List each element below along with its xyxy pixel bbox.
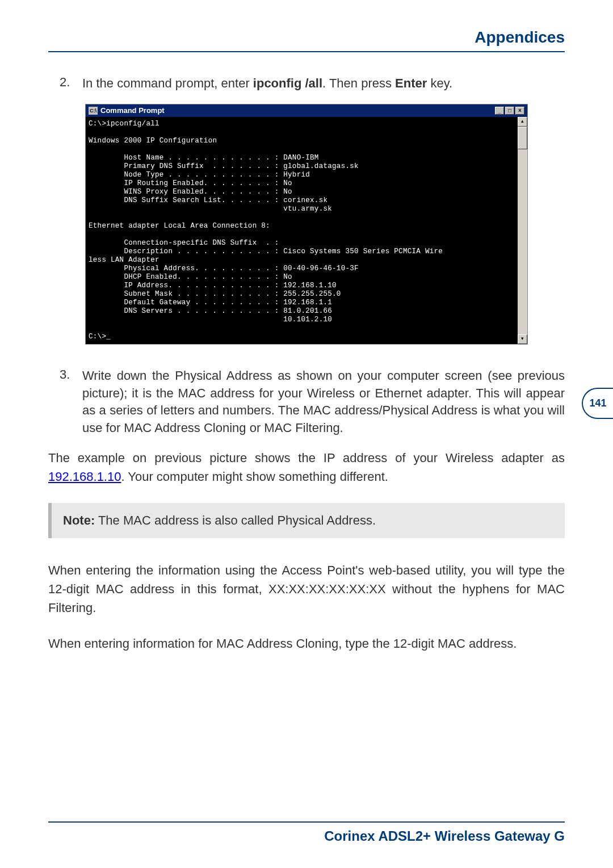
term-line: less LAN Adapter: [89, 256, 159, 264]
step-2-suffix: key.: [427, 76, 452, 90]
minimize-button[interactable]: _: [495, 107, 504, 115]
scroll-up-button[interactable]: ▴: [518, 117, 527, 127]
page-number: 141: [582, 388, 613, 419]
term-line: WINS Proxy Enabled. . . . . . . . : No: [89, 188, 292, 196]
step-number: 3.: [60, 367, 82, 437]
term-line: IP Routing Enabled. . . . . . . . : No: [89, 179, 292, 187]
term-line: Default Gateway . . . . . . . . . : 192.…: [89, 299, 332, 307]
mac-cloning-paragraph: When entering information for MAC Addres…: [48, 634, 565, 653]
note-text: The MAC address is also called Physical …: [95, 513, 376, 527]
para1-prefix: The example on previous picture shows th…: [48, 451, 565, 465]
footer-rule: [48, 821, 565, 823]
terminal-window: C:\ Command Prompt _ □ × C:\>ipconfig/al…: [85, 104, 528, 345]
note-box: Note: The MAC address is also called Phy…: [48, 503, 565, 538]
term-line: vtu.army.sk: [89, 205, 332, 213]
step-3-text: Write down the Physical Address as shown…: [82, 367, 565, 437]
step-2-mid: . Then press: [322, 76, 395, 90]
term-line: IP Address. . . . . . . . . . . . : 192.…: [89, 282, 337, 290]
term-line: Physical Address. . . . . . . . . : 00-4…: [89, 265, 359, 272]
step-2-text: In the command prompt, enter ipconfig /a…: [82, 75, 452, 93]
maximize-button[interactable]: □: [505, 107, 514, 115]
scroll-down-button[interactable]: ▾: [518, 334, 527, 344]
step-2-enter: Enter: [395, 76, 427, 90]
step-2: 2. In the command prompt, enter ipconfig…: [48, 75, 565, 93]
step-2-cmd: ipconfig /all: [253, 76, 322, 90]
term-line: 10.101.2.10: [89, 316, 332, 324]
window-buttons: _ □ ×: [495, 107, 524, 115]
close-button[interactable]: ×: [515, 107, 524, 115]
scroll-thumb[interactable]: [518, 127, 527, 149]
term-line: Subnet Mask . . . . . . . . . . . : 255.…: [89, 290, 341, 298]
title-bar-text: Command Prompt: [100, 106, 495, 115]
step-2-prefix: In the command prompt, enter: [82, 76, 253, 90]
title-bar[interactable]: C:\ Command Prompt _ □ ×: [86, 104, 527, 117]
term-line: C:\>_: [89, 333, 111, 341]
header-rule: [48, 51, 565, 52]
term-line: Connection-specific DNS Suffix . :: [89, 239, 279, 247]
header-title: Appendices: [48, 28, 565, 47]
term-line: Description . . . . . . . . . . . : Cisc…: [89, 248, 443, 255]
example-paragraph: The example on previous picture shows th…: [48, 448, 565, 486]
terminal-body: C:\>ipconfig/all Windows 2000 IP Configu…: [86, 117, 527, 344]
footer-text: Corinex ADSL2+ Wireless Gateway G: [324, 828, 565, 844]
term-line: Windows 2000 IP Configuration: [89, 137, 217, 145]
note-label: Note:: [63, 513, 95, 527]
mac-format-paragraph: When entering the information using the …: [48, 561, 565, 617]
para1-suffix: . Your computer might show something dif…: [121, 469, 388, 484]
step-3: 3. Write down the Physical Address as sh…: [48, 367, 565, 437]
term-line: C:\>ipconfig/all: [89, 120, 159, 128]
ip-link[interactable]: 192.168.1.10: [48, 469, 121, 484]
step-number: 2.: [60, 75, 82, 93]
scrollbar[interactable]: ▴ ▾: [518, 117, 527, 344]
term-line: Node Type . . . . . . . . . . . . : Hybr…: [89, 171, 310, 179]
term-line: DNS Suffix Search List. . . . . . : cori…: [89, 196, 328, 204]
term-line: DNS Servers . . . . . . . . . . . : 81.0…: [89, 307, 332, 315]
scroll-track-space[interactable]: [518, 149, 527, 334]
term-line: DHCP Enabled. . . . . . . . . . . : No: [89, 273, 292, 281]
term-line: Ethernet adapter Local Area Connection 8…: [89, 222, 270, 230]
cmd-icon: C:\: [89, 107, 98, 115]
term-line: Host Name . . . . . . . . . . . . : DANO…: [89, 154, 319, 162]
term-line: Primary DNS Suffix . . . . . . . : globa…: [89, 162, 359, 170]
